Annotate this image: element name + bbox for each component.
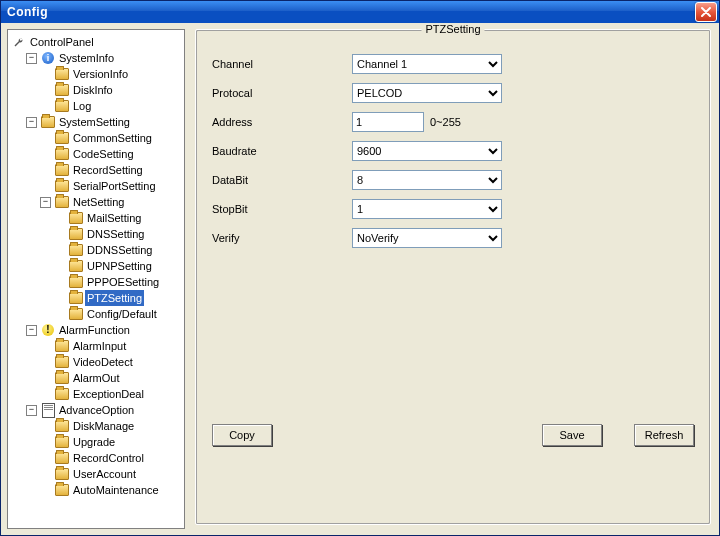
tree-label: SerialPortSetting xyxy=(71,178,158,194)
folder-icon xyxy=(55,371,69,385)
tree-commonsetting[interactable]: CommonSetting xyxy=(40,130,182,146)
folder-icon xyxy=(55,147,69,161)
databit-select-input[interactable]: 8 xyxy=(352,170,502,190)
body: ControlPanel − i SystemInfo VersionInfo xyxy=(1,23,719,535)
tree-videodetect[interactable]: VideoDetect xyxy=(40,354,182,370)
warning-icon: ! xyxy=(41,323,55,337)
row-stopbit: StopBit 1 xyxy=(212,199,694,219)
titlebar: Config xyxy=(1,1,719,23)
tree-label: AutoMaintenance xyxy=(71,482,161,498)
baudrate-select-input[interactable]: 9600 xyxy=(352,141,502,161)
tree-label: Upgrade xyxy=(71,434,117,450)
folder-icon xyxy=(55,451,69,465)
protocol-select[interactable]: PELCOD xyxy=(352,83,502,103)
tree-diskinfo[interactable]: DiskInfo xyxy=(40,82,182,98)
tree-dnssetting[interactable]: DNSSetting xyxy=(54,226,182,242)
tree-label: AdvanceOption xyxy=(57,402,136,418)
row-databit: DataBit 8 xyxy=(212,170,694,190)
close-icon xyxy=(701,7,711,17)
collapse-icon[interactable]: − xyxy=(26,325,37,336)
tree-label: VersionInfo xyxy=(71,66,130,82)
tree-root[interactable]: ControlPanel xyxy=(12,34,182,50)
row-address: Address 0~255 xyxy=(212,112,694,132)
tree-configdefault[interactable]: Config/Default xyxy=(54,306,182,322)
tree-label: Log xyxy=(71,98,93,114)
tree-label: CommonSetting xyxy=(71,130,154,146)
label-address: Address xyxy=(212,116,352,128)
folder-icon xyxy=(69,211,83,225)
tree-ptzsetting[interactable]: PTZSetting xyxy=(54,290,182,306)
config-window: Config ControlPanel xyxy=(0,0,720,536)
folder-icon xyxy=(55,179,69,193)
collapse-icon[interactable]: − xyxy=(26,117,37,128)
baudrate-select[interactable]: 9600 xyxy=(352,141,502,161)
folder-icon xyxy=(55,355,69,369)
tree-label: UserAccount xyxy=(71,466,138,482)
databit-select[interactable]: 8 xyxy=(352,170,502,190)
row-baudrate: Baudrate 9600 xyxy=(212,141,694,161)
address-input[interactable] xyxy=(352,112,424,132)
tree-serialportsetting[interactable]: SerialPortSetting xyxy=(40,178,182,194)
label-databit: DataBit xyxy=(212,174,352,186)
tree-exceptiondeal[interactable]: ExceptionDeal xyxy=(40,386,182,402)
label-channel: Channel xyxy=(212,58,352,70)
folder-icon xyxy=(41,115,55,129)
tree-label: NetSetting xyxy=(71,194,126,210)
address-hint: 0~255 xyxy=(430,116,461,128)
row-verify: Verify NoVerify xyxy=(212,228,694,248)
tree-label-selected: PTZSetting xyxy=(85,290,144,306)
tree-systemsetting[interactable]: − SystemSetting xyxy=(26,114,182,130)
tree-upgrade[interactable]: Upgrade xyxy=(40,434,182,450)
collapse-icon[interactable]: − xyxy=(26,53,37,64)
collapse-icon[interactable]: − xyxy=(26,405,37,416)
stopbit-select[interactable]: 1 xyxy=(352,199,502,219)
tree-recordsetting[interactable]: RecordSetting xyxy=(40,162,182,178)
tree-label: PPPOESetting xyxy=(85,274,161,290)
tree-alarmout[interactable]: AlarmOut xyxy=(40,370,182,386)
folder-icon xyxy=(69,275,83,289)
folder-icon xyxy=(55,99,69,113)
folder-icon xyxy=(55,435,69,449)
protocol-select-input[interactable]: PELCOD xyxy=(352,83,502,103)
copy-button[interactable]: Copy xyxy=(212,424,272,446)
tree-upnpsetting[interactable]: UPNPSetting xyxy=(54,258,182,274)
folder-icon xyxy=(55,339,69,353)
label-verify: Verify xyxy=(212,232,352,244)
tree-label: UPNPSetting xyxy=(85,258,154,274)
tree-label: DNSSetting xyxy=(85,226,146,242)
collapse-icon[interactable]: − xyxy=(40,197,51,208)
tree-log[interactable]: Log xyxy=(40,98,182,114)
refresh-button[interactable]: Refresh xyxy=(634,424,694,446)
save-button[interactable]: Save xyxy=(542,424,602,446)
tree-netsetting[interactable]: − NetSetting xyxy=(40,194,182,210)
folder-icon xyxy=(69,243,83,257)
verify-select-input[interactable]: NoVerify xyxy=(352,228,502,248)
tree-automaintenance[interactable]: AutoMaintenance xyxy=(40,482,182,498)
row-protocol: Protocal PELCOD xyxy=(212,83,694,103)
tree-systeminfo[interactable]: − i SystemInfo xyxy=(26,50,182,66)
tree-label: ControlPanel xyxy=(28,34,96,50)
channel-select-input[interactable]: Channel 1 xyxy=(352,54,502,74)
window-title: Config xyxy=(7,5,695,19)
folder-icon xyxy=(55,387,69,401)
tree-pane[interactable]: ControlPanel − i SystemInfo VersionInfo xyxy=(7,29,185,529)
tree-versioninfo[interactable]: VersionInfo xyxy=(40,66,182,82)
tree-useraccount[interactable]: UserAccount xyxy=(40,466,182,482)
verify-select[interactable]: NoVerify xyxy=(352,228,502,248)
close-button[interactable] xyxy=(695,2,717,22)
tree-ddnssetting[interactable]: DDNSSetting xyxy=(54,242,182,258)
tree-alarminput[interactable]: AlarmInput xyxy=(40,338,182,354)
tree-advanceoption[interactable]: − AdvanceOption xyxy=(26,402,182,418)
tree-label: RecordControl xyxy=(71,450,146,466)
tree-diskmanage[interactable]: DiskManage xyxy=(40,418,182,434)
folder-icon xyxy=(55,163,69,177)
tree-label: DDNSSetting xyxy=(85,242,154,258)
channel-select[interactable]: Channel 1 xyxy=(352,54,502,74)
stopbit-select-input[interactable]: 1 xyxy=(352,199,502,219)
tree-pppoesetting[interactable]: PPPOESetting xyxy=(54,274,182,290)
tree-alarmfunction[interactable]: − ! AlarmFunction xyxy=(26,322,182,338)
tree-codesetting[interactable]: CodeSetting xyxy=(40,146,182,162)
label-protocol: Protocal xyxy=(212,87,352,99)
tree-recordcontrol[interactable]: RecordControl xyxy=(40,450,182,466)
tree-mailsetting[interactable]: MailSetting xyxy=(54,210,182,226)
